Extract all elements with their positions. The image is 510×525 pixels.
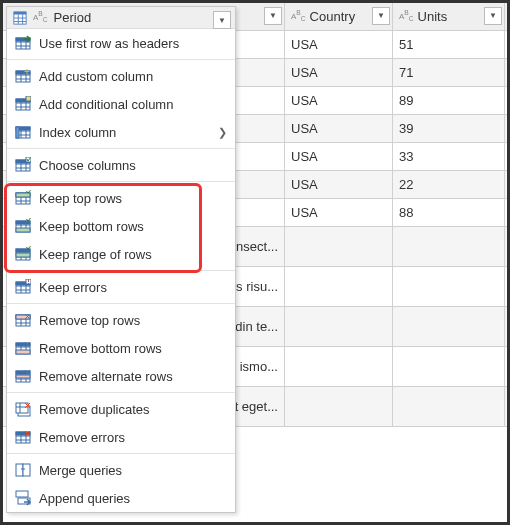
menu-item-append-queries[interactable]: Append queries — [7, 484, 235, 512]
cell-units[interactable]: 33 — [393, 143, 505, 170]
menu-item-label: Remove errors — [39, 430, 125, 445]
menu-item-remove-bottom-rows[interactable]: Remove bottom rows — [7, 334, 235, 362]
cell-country[interactable]: USA — [285, 199, 393, 226]
datatype-text-icon: ABC — [399, 10, 414, 22]
submenu-arrow-icon: ❯ — [218, 126, 227, 139]
datatype-text-icon: ABC — [291, 10, 306, 22]
cell-text: ismo... — [240, 354, 278, 380]
menu-separator — [7, 148, 235, 149]
cell-country[interactable]: USA — [285, 31, 393, 58]
menu-item-keep-top-rows[interactable]: Keep top rows — [7, 184, 235, 212]
menu-item-label: Add custom column — [39, 69, 153, 84]
menu-item-label: Keep range of rows — [39, 247, 152, 262]
menu-item-remove-duplicates[interactable]: Remove duplicates — [7, 395, 235, 423]
cell-country[interactable] — [285, 387, 393, 426]
condcol-icon — [15, 96, 31, 112]
cell-units[interactable] — [393, 387, 505, 426]
datatype-text-icon: ABC — [33, 11, 48, 23]
cell-country[interactable] — [285, 227, 393, 266]
cell-units[interactable]: 71 — [393, 59, 505, 86]
cell-units[interactable] — [393, 347, 505, 386]
rembot-icon — [15, 340, 31, 356]
menu-item-add-custom-column[interactable]: Add custom column — [7, 62, 235, 90]
menu-item-label: Merge queries — [39, 463, 122, 478]
svg-rect-129 — [16, 491, 28, 497]
menu-item-remove-top-rows[interactable]: Remove top rows — [7, 306, 235, 334]
header-label-units: Units — [418, 4, 448, 30]
menu-separator — [7, 453, 235, 454]
cell-country[interactable]: USA — [285, 171, 393, 198]
cell-units[interactable] — [393, 267, 505, 306]
menu-item-label: Keep top rows — [39, 191, 122, 206]
menu-item-merge-queries[interactable]: Merge queries — [7, 456, 235, 484]
menu-item-keep-range-of-rows[interactable]: Keep range of rows — [7, 240, 235, 268]
filter-dropdown-period[interactable]: ▼ — [264, 7, 282, 25]
svg-rect-32 — [26, 96, 31, 101]
cell-units[interactable]: 88 — [393, 199, 505, 226]
menu-item-index-column[interactable]: Index column❯ — [7, 118, 235, 146]
keepbot-icon — [15, 218, 31, 234]
cell-units[interactable]: 22 — [393, 171, 505, 198]
append-icon — [15, 490, 31, 506]
indexcol-icon — [15, 124, 31, 140]
svg-rect-39 — [16, 127, 19, 138]
menu-item-use-first-row-as-headers[interactable]: Use first row as headers — [7, 29, 235, 57]
cell-units[interactable]: 89 — [393, 87, 505, 114]
keeprange-icon — [15, 246, 31, 262]
menu-item-label: Add conditional column — [39, 97, 173, 112]
cell-country[interactable] — [285, 307, 393, 346]
cell-country[interactable] — [285, 347, 393, 386]
svg-rect-64 — [16, 228, 30, 232]
cell-text: din te... — [235, 314, 278, 340]
menu-item-add-conditional-column[interactable]: Add conditional column — [7, 90, 235, 118]
menu-item-label: Choose columns — [39, 158, 136, 173]
cell-country[interactable]: USA — [285, 115, 393, 142]
svg-rect-55 — [16, 193, 30, 197]
menu-item-label: Remove duplicates — [39, 402, 150, 417]
keeperr-icon — [15, 279, 31, 295]
cell-units[interactable]: 51 — [393, 31, 505, 58]
table-icon[interactable] — [13, 11, 27, 25]
menu-header: ABC Period ▼ — [7, 7, 235, 29]
menu-item-label: Keep errors — [39, 280, 107, 295]
menu-item-choose-columns[interactable]: Choose columns — [7, 151, 235, 179]
svg-rect-127 — [23, 464, 30, 476]
remdup-icon — [15, 401, 31, 417]
headers-icon — [15, 35, 31, 51]
cell-country[interactable] — [285, 267, 393, 306]
remalt-icon — [15, 368, 31, 384]
menu-item-remove-alternate-rows[interactable]: Remove alternate rows — [7, 362, 235, 390]
merge-icon — [15, 462, 31, 478]
menu-header-dropdown[interactable]: ▼ — [213, 11, 231, 29]
svg-rect-126 — [16, 464, 23, 476]
menu-header-label: Period — [54, 10, 92, 25]
svg-rect-63 — [16, 221, 30, 224]
header-units[interactable]: ABC Units ▼ — [393, 3, 505, 30]
filter-dropdown-country[interactable]: ▼ — [372, 7, 390, 25]
cell-units[interactable] — [393, 227, 505, 266]
cell-country[interactable]: USA — [285, 143, 393, 170]
cell-country[interactable]: USA — [285, 59, 393, 86]
header-country[interactable]: ABC Country ▼ — [285, 3, 393, 30]
menu-item-label: Index column — [39, 125, 116, 140]
menu-item-remove-errors[interactable]: Remove errors — [7, 423, 235, 451]
menu-separator — [7, 181, 235, 182]
header-label-country: Country — [310, 4, 356, 30]
menu-item-keep-bottom-rows[interactable]: Keep bottom rows — [7, 212, 235, 240]
cell-units[interactable]: 39 — [393, 115, 505, 142]
cell-country[interactable]: USA — [285, 87, 393, 114]
menu-item-label: Remove top rows — [39, 313, 140, 328]
remerr-icon — [15, 429, 31, 445]
menu-item-keep-errors[interactable]: Keep errors — [7, 273, 235, 301]
addcol-icon — [15, 68, 31, 84]
remtop-icon — [15, 312, 31, 328]
menu-item-label: Remove bottom rows — [39, 341, 162, 356]
menu-item-label: Append queries — [39, 491, 130, 506]
filter-dropdown-units[interactable]: ▼ — [484, 7, 502, 25]
svg-rect-7 — [14, 11, 26, 14]
menu-separator — [7, 59, 235, 60]
cell-units[interactable] — [393, 307, 505, 346]
svg-rect-72 — [16, 249, 30, 252]
context-menu: ABC Period ▼ Use first row as headersAdd… — [6, 6, 236, 513]
cell-text: t eget... — [235, 394, 278, 420]
